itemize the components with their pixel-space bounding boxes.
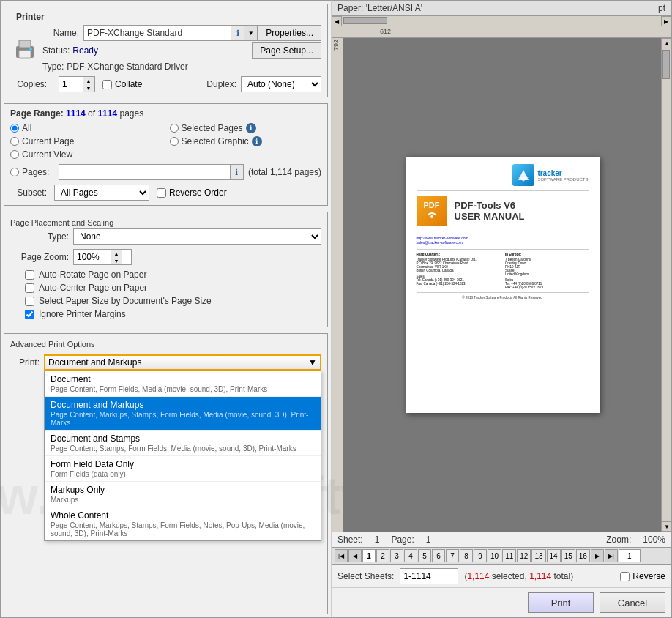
print-select-display[interactable]: Document and Markups ▼ <box>44 354 321 371</box>
v-scroll-up[interactable]: ▲ <box>662 38 671 48</box>
dropdown-item-3[interactable]: Form Field Data OnlyForm Fields (data on… <box>45 456 321 482</box>
h-scroll-right[interactable]: ▶ <box>661 16 671 26</box>
copies-input[interactable]: 1 <box>59 77 83 92</box>
page-number-input[interactable] <box>619 549 641 562</box>
cancel-button[interactable]: Cancel <box>600 592 665 613</box>
page-tab-14[interactable]: 14 <box>547 549 561 562</box>
placement-type-select[interactable]: None <box>73 228 321 245</box>
page-range-section: Page Range: 1114 of 1114 pages All Selec… <box>4 103 328 206</box>
page-tab-6[interactable]: 6 <box>432 549 445 562</box>
eu-title: In Europe: <box>505 253 589 256</box>
page-tab-9[interactable]: 9 <box>474 549 487 562</box>
copies-up[interactable]: ▲ <box>83 77 94 84</box>
ignore-margins-checkbox[interactable] <box>25 310 34 319</box>
dropdown-item-5[interactable]: Whole ContentPage Content, Markups, Stam… <box>45 507 321 540</box>
page-tab-5[interactable]: 5 <box>418 549 431 562</box>
page-tab-10[interactable]: 10 <box>488 549 501 562</box>
selected-pages-info[interactable]: ℹ <box>246 123 256 133</box>
page-tab-4[interactable]: 4 <box>404 549 417 562</box>
current-view-radio[interactable] <box>10 150 19 159</box>
pages-radio[interactable] <box>10 168 19 176</box>
v-scroll-track[interactable] <box>662 48 671 521</box>
reverse-sheets-checkbox[interactable] <box>620 572 630 581</box>
printer-info-btn[interactable]: ℹ <box>231 26 244 40</box>
dropdown-item-2[interactable]: Document and StampsPage Content, Stamps,… <box>45 431 321 456</box>
pdf-icon: PDF <box>417 196 447 226</box>
all-radio-item[interactable]: All <box>10 123 163 133</box>
auto-rotate-checkbox[interactable] <box>25 270 34 280</box>
printer-name-dropdown[interactable]: PDF-XChange Standard ℹ ▼ <box>83 25 258 41</box>
dropdown-item-4[interactable]: Markups OnlyMarkups <box>45 482 321 507</box>
page-tab-13[interactable]: 13 <box>531 549 545 562</box>
page-tab-8[interactable]: 8 <box>460 549 473 562</box>
ignore-margins-row[interactable]: Ignore Printer Margins <box>10 309 321 319</box>
h-scroll-track[interactable] <box>342 16 661 26</box>
reverse-order-checkbox-row[interactable]: Reverse Order <box>157 187 227 198</box>
last-page-nav[interactable]: ▶| <box>605 549 618 562</box>
page-tab-1[interactable]: 1 <box>362 549 376 562</box>
first-page-nav[interactable]: |◀ <box>335 549 348 562</box>
selected-pages-radio[interactable] <box>170 124 179 133</box>
page-tab-2[interactable]: 2 <box>376 549 389 562</box>
current-page-radio[interactable] <box>10 137 19 146</box>
page-setup-button[interactable]: Page Setup... <box>252 42 321 59</box>
select-paper-checkbox[interactable] <box>25 297 34 306</box>
page-tab-7[interactable]: 7 <box>446 549 459 562</box>
pages-row: Pages: ℹ (total 1,114 pages) <box>10 164 321 180</box>
reverse-order-checkbox[interactable] <box>157 188 166 198</box>
page-tab-3[interactable]: 3 <box>390 549 403 562</box>
duplex-select[interactable]: Auto (None) <box>241 76 321 92</box>
reverse-checkbox-row[interactable]: Reverse <box>620 571 665 581</box>
action-row: Print Cancel <box>332 587 671 617</box>
auto-rotate-row[interactable]: Auto-Rotate Page on Paper <box>10 269 321 280</box>
zoom-input[interactable]: 100% <box>74 250 111 264</box>
properties-button[interactable]: Properties... <box>258 25 321 41</box>
h-scroll-left[interactable]: ◀ <box>332 16 342 26</box>
zoom-down[interactable]: ▼ <box>111 257 122 264</box>
collate-checkbox[interactable] <box>102 80 112 89</box>
pages-input-field[interactable]: ℹ <box>59 164 244 180</box>
all-radio[interactable] <box>10 124 19 133</box>
h-scrollbar[interactable]: ◀ ▶ <box>332 16 671 26</box>
print-dropdown-menu[interactable]: DocumentPage Content, Form Fields, Media… <box>44 371 321 541</box>
selected-pages-label: Selected Pages <box>182 123 243 133</box>
copies-spinner[interactable]: 1 ▲ ▼ <box>59 76 95 92</box>
pages-text-input[interactable] <box>59 165 230 179</box>
page-tabs[interactable]: |◀◀12345678910111213141516▶▶| <box>332 547 671 565</box>
pages-radio-item[interactable]: Pages: <box>10 167 54 177</box>
collate-checkbox-row[interactable]: Collate <box>102 79 142 89</box>
auto-center-row[interactable]: Auto-Center Page on Paper <box>10 283 321 293</box>
v-scroll-down[interactable]: ▼ <box>662 521 671 532</box>
print-select-wrapper[interactable]: Document and Markups ▼ DocumentPage Cont… <box>44 354 321 371</box>
selected-graphic-radio-item[interactable]: Selected Graphic ℹ <box>170 136 322 146</box>
v-scroll-thumb[interactable] <box>662 50 670 79</box>
zoom-up[interactable]: ▲ <box>111 250 122 257</box>
dropdown-item-1[interactable]: Document and MarkupsPage Content, Markup… <box>45 397 321 431</box>
sheet-value: 1 <box>375 535 380 545</box>
selected-graphic-radio[interactable] <box>170 137 179 146</box>
page-tab-15[interactable]: 15 <box>561 549 575 562</box>
select-paper-row[interactable]: Select Paper Size by Document's Page Siz… <box>10 296 321 306</box>
auto-center-checkbox[interactable] <box>25 283 34 293</box>
printer-arrow-btn[interactable]: ▼ <box>244 26 257 40</box>
pdf-text: PDF <box>424 201 440 209</box>
sheets-input[interactable]: 1-1114 <box>400 568 458 584</box>
dropdown-item-0[interactable]: DocumentPage Content, Form Fields, Media… <box>45 371 321 397</box>
page-tab-12[interactable]: 12 <box>517 549 531 562</box>
zoom-spinner[interactable]: 100% ▲ ▼ <box>73 249 132 265</box>
page-tab-16[interactable]: 16 <box>576 549 590 562</box>
pdf-icon-inner: PDF <box>424 201 440 222</box>
h-scroll-thumb[interactable] <box>343 17 387 24</box>
page-tab-11[interactable]: 11 <box>502 549 516 562</box>
current-view-radio-item[interactable]: Current View <box>10 149 163 160</box>
v-scrollbar[interactable]: ▲ ▼ <box>661 38 671 532</box>
subset-select[interactable]: All Pages <box>54 185 149 201</box>
selected-pages-radio-item[interactable]: Selected Pages ℹ <box>170 123 322 133</box>
next-page-nav[interactable]: ▶ <box>591 549 604 562</box>
selected-graphic-info[interactable]: ℹ <box>252 136 262 146</box>
print-button[interactable]: Print <box>528 592 594 613</box>
copies-down[interactable]: ▼ <box>83 84 94 92</box>
pages-info-btn[interactable]: ℹ <box>230 165 243 179</box>
current-page-radio-item[interactable]: Current Page <box>10 136 163 146</box>
prev-page-nav[interactable]: ◀ <box>348 549 362 562</box>
